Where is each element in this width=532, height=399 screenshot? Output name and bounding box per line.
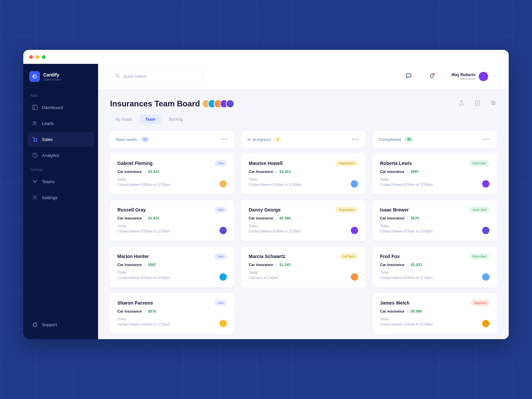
separator: | <box>144 170 145 174</box>
user-menu[interactable]: May Roberts Salescenter <box>452 72 497 81</box>
lead-status-tag: new <box>214 253 227 259</box>
column-menu-button[interactable]: ••• <box>352 136 359 142</box>
lead-amount: $5.986 <box>279 216 291 220</box>
lead-day: Today <box>380 270 433 275</box>
lead-day: Today <box>117 177 170 182</box>
lead-type: Car insurance <box>380 263 404 267</box>
lead-status-tag: new <box>214 160 227 166</box>
sidebar-item-dashboard[interactable]: Dashboard <box>27 100 94 115</box>
filter-button[interactable] <box>490 100 497 108</box>
messages-button[interactable] <box>405 73 412 80</box>
page-title: Insurances Team Board <box>110 99 200 108</box>
lead-contact-window: Contact btween 8:00am to 12:00pm <box>380 229 433 234</box>
assignee-avatar <box>482 180 489 188</box>
lead-card[interactable]: Maurice HowellNegociationCar insurance|$… <box>241 154 365 194</box>
sidebar-item-teams[interactable]: Teams <box>27 174 94 189</box>
lead-card[interactable]: James WelchRejectedCar insurance|$5.986T… <box>373 293 497 334</box>
sidebar-item-leads[interactable]: Leads <box>27 116 94 131</box>
column-count: 3 <box>274 137 282 142</box>
card-list: Gabriel FlemingnewCar insurance|$3.423To… <box>110 154 234 334</box>
lead-amount: $5.986 <box>411 309 422 313</box>
team-icon <box>32 179 38 185</box>
cart-icon <box>32 136 38 142</box>
lead-amount: $987 <box>411 170 419 174</box>
window-close-dot[interactable] <box>29 55 33 59</box>
lead-type: Car insurance <box>380 309 404 313</box>
lead-card[interactable]: Marcia SchwartzCall backCar insurance|$1… <box>241 247 365 287</box>
brand-subtitle: Sales system <box>43 78 61 81</box>
share-button[interactable] <box>458 100 465 108</box>
assignee-avatar <box>482 273 489 281</box>
lead-card[interactable]: Marion HunternewCar insurance|$987TodayC… <box>110 247 234 287</box>
column-count: 12 <box>141 137 150 142</box>
lead-contact-window: Contact btween 8:00am to 12:00pm <box>249 182 301 188</box>
lead-contact-window: Contact btween 8:00am to 12:00pm <box>117 182 170 188</box>
chat-icon <box>32 322 38 328</box>
lead-amount: $570 <box>148 309 156 313</box>
sidebar-item-sales[interactable]: Sales <box>27 132 94 147</box>
sidebar-item-settings[interactable]: Settings <box>27 190 94 205</box>
sidebar-section-main: Main <box>27 92 94 99</box>
lead-card[interactable]: Sharon ParsonsnewCar insurance|$570Today… <box>110 293 234 334</box>
lead-card[interactable]: Roberta LewisDone dealCar insurance|$987… <box>373 154 497 194</box>
lead-day: Today <box>117 223 170 229</box>
lead-name: Isaac Brewer <box>380 207 409 212</box>
add-button[interactable] <box>474 100 481 108</box>
lead-card[interactable]: Fred FoxDone dealCar insurance|$1.423Tod… <box>373 247 497 287</box>
svg-point-20 <box>492 101 493 102</box>
notifications-button[interactable] <box>428 73 436 80</box>
lead-type: Car insurance <box>380 216 404 220</box>
lead-contact-window: Contact btween 8:00am to 12:00pm <box>117 275 170 281</box>
main-panel: Quick search May Roberts Salescenter <box>98 64 509 339</box>
sidebar-section-settings: Settings <box>27 166 94 174</box>
svg-point-10 <box>35 182 36 183</box>
separator: | <box>276 216 277 220</box>
lead-name: Sharon Parsons <box>117 300 153 306</box>
column-count: 49 <box>404 137 413 142</box>
window-zoom-dot[interactable] <box>42 55 46 59</box>
svg-point-21 <box>494 102 495 103</box>
lead-status-tag: Rejected <box>471 300 489 306</box>
search-input[interactable]: Quick search <box>110 70 203 83</box>
chevron-down-icon <box>493 73 497 79</box>
assignee-avatar <box>351 273 358 281</box>
svg-point-8 <box>33 181 34 182</box>
lead-amount: $3.453 <box>279 170 291 174</box>
sidebar-item-label: Settings <box>42 195 58 200</box>
column-header: New leads12••• <box>110 131 234 148</box>
column-menu-button[interactable]: ••• <box>483 136 491 142</box>
assignee-avatar <box>219 180 227 188</box>
card-list: Maurice HowellNegociationCar insurance|$… <box>241 154 365 287</box>
assignee-avatar <box>219 320 227 327</box>
sidebar-item-support[interactable]: Support <box>27 317 94 332</box>
lead-day: Today <box>117 317 170 322</box>
column-header: In progress3••• <box>241 131 365 148</box>
team-avatar-stack[interactable] <box>204 99 234 108</box>
lead-status-tag: Negociation <box>335 207 358 213</box>
separator: | <box>144 309 145 313</box>
lead-card[interactable]: Gabriel FlemingnewCar insurance|$3.423To… <box>110 154 234 194</box>
app-window: Cardify Sales system Main Dashboard Lead… <box>23 50 509 339</box>
lead-name: Maurice Howell <box>249 161 283 166</box>
lead-name: Fred Fox <box>380 254 400 259</box>
column-menu-button[interactable]: ••• <box>220 136 228 142</box>
app-body: Cardify Sales system Main Dashboard Lead… <box>23 64 509 339</box>
lead-type: Car insurance <box>249 263 273 267</box>
window-minimize-dot[interactable] <box>36 55 39 59</box>
lead-status-tag: new <box>214 300 227 306</box>
sidebar-item-label: Teams <box>42 179 55 184</box>
tab-backlog[interactable]: Backlog <box>164 114 189 124</box>
search-placeholder: Quick search <box>123 74 147 79</box>
lead-card[interactable]: Russell GraynewCar insurance|$1.423Today… <box>110 200 234 241</box>
user-avatar <box>479 72 488 81</box>
lead-card[interactable]: Isaac BrewerDone dealCar insurance|$570T… <box>373 200 497 241</box>
assignee-avatar <box>219 273 227 281</box>
sidebar-item-analytics[interactable]: Analytics <box>27 148 94 163</box>
lead-card[interactable]: Danny GeorgeNegociationCar insurance|$5.… <box>241 200 365 241</box>
lead-contact-window: Contact btween 8:00am to 12:00pm <box>117 229 170 234</box>
assignee-avatar <box>482 320 489 327</box>
svg-rect-1 <box>33 105 37 110</box>
lead-name: Danny George <box>249 207 281 212</box>
tab-myboard[interactable]: My board <box>110 114 137 124</box>
tab-team[interactable]: Team <box>140 114 161 124</box>
